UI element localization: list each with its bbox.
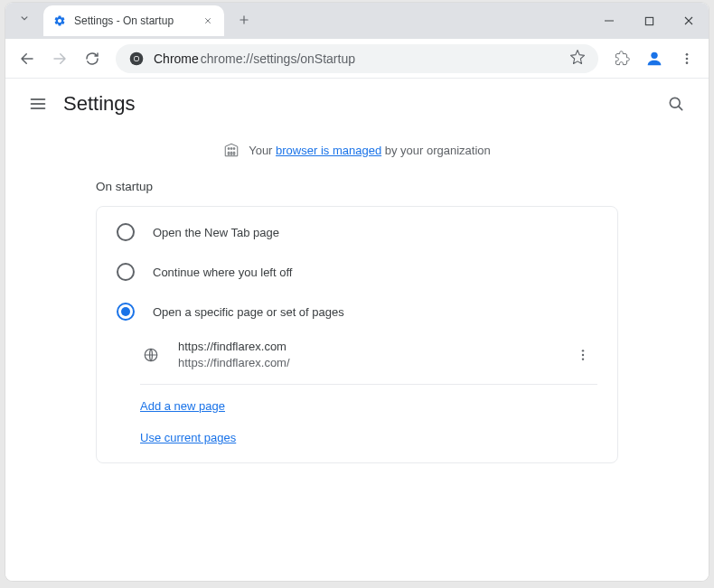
page-url-block: https://findflarex.com https://findflare…: [178, 339, 568, 371]
add-page-link[interactable]: Add a new page: [97, 385, 617, 422]
radio-specific-pages[interactable]: Open a specific page or set of pages: [97, 292, 617, 331]
close-icon: [203, 16, 212, 25]
new-tab-button[interactable]: [231, 7, 257, 33]
back-button[interactable]: [13, 44, 42, 73]
page-url: https://findflarex.com/: [178, 355, 568, 371]
globe-icon: [140, 344, 162, 366]
omnibox-origin: Chrome: [154, 51, 199, 66]
plus-icon: [238, 14, 250, 26]
close-window-button[interactable]: [669, 5, 709, 37]
titlebar-left: Settings - On startup: [5, 3, 257, 39]
svg-point-10: [582, 350, 584, 351]
svg-point-12: [582, 359, 584, 360]
svg-point-4: [651, 51, 657, 58]
title-bar: Settings - On startup: [5, 3, 709, 39]
managed-text: Your browser is managed by your organiza…: [249, 144, 491, 157]
omnibox-url: chrome://settings/onStartup: [201, 51, 569, 66]
close-icon: [683, 15, 694, 26]
building-icon: [223, 142, 240, 158]
arrow-right-icon: [52, 51, 68, 67]
bookmark-button[interactable]: [569, 49, 586, 69]
settings-menu-button[interactable]: [20, 86, 56, 122]
radio-icon: [117, 223, 135, 241]
startup-page-row: https://findflarex.com https://findflare…: [97, 331, 617, 378]
settings-search-button[interactable]: [658, 86, 694, 122]
browser-window: Settings - On startup: [5, 3, 709, 581]
page-title: Settings: [63, 92, 136, 116]
tab-close-button[interactable]: [201, 14, 215, 28]
radio-icon: [117, 303, 135, 321]
star-icon: [569, 49, 586, 65]
radio-label: Open a specific page or set of pages: [153, 305, 344, 319]
chevron-down-icon: [18, 12, 31, 24]
content-area: Settings Your browser is managed by your…: [5, 79, 709, 581]
radio-icon: [117, 263, 135, 281]
hamburger-icon: [29, 95, 47, 113]
omnibox[interactable]: Chrome chrome://settings/onStartup: [116, 44, 598, 73]
maximize-button[interactable]: [629, 5, 669, 37]
svg-point-7: [686, 61, 689, 64]
settings-header: Settings: [5, 79, 709, 129]
tab-title: Settings - On startup: [74, 14, 201, 27]
startup-card: Open the New Tab page Continue where you…: [96, 206, 618, 463]
more-vertical-icon: [680, 51, 694, 66]
section-title: On startup: [5, 171, 709, 206]
maximize-icon: [644, 16, 654, 26]
svg-point-6: [686, 57, 689, 60]
radio-label: Continue where you left off: [153, 266, 292, 279]
profile-button[interactable]: [642, 46, 667, 71]
forward-button[interactable]: [45, 44, 74, 73]
svg-point-11: [582, 354, 584, 356]
avatar-icon: [644, 49, 664, 69]
use-current-pages-link[interactable]: Use current pages: [97, 422, 617, 453]
svg-rect-0: [645, 17, 653, 24]
radio-open-new-tab[interactable]: Open the New Tab page: [97, 212, 617, 252]
chrome-logo-icon: [128, 51, 145, 67]
managed-link[interactable]: browser is managed: [276, 144, 381, 157]
page-more-button[interactable]: [568, 341, 597, 369]
browser-tab[interactable]: Settings - On startup: [43, 5, 224, 36]
window-controls: [589, 3, 709, 39]
page-name: https://findflarex.com: [178, 339, 568, 355]
svg-point-3: [135, 56, 139, 61]
puzzle-icon: [615, 51, 630, 66]
toolbar: Chrome chrome://settings/onStartup: [5, 39, 709, 79]
minimize-button[interactable]: [589, 5, 629, 37]
svg-point-5: [686, 53, 689, 56]
arrow-left-icon: [19, 51, 35, 67]
managed-banner: Your browser is managed by your organiza…: [5, 129, 709, 171]
radio-label: Open the New Tab page: [153, 226, 279, 239]
extensions-button[interactable]: [607, 44, 636, 73]
more-vertical-icon: [576, 348, 590, 362]
menu-button[interactable]: [672, 44, 701, 73]
radio-continue[interactable]: Continue where you left off: [97, 252, 617, 292]
search-icon: [667, 95, 685, 113]
minimize-icon: [604, 15, 615, 26]
settings-gear-icon: [52, 14, 67, 28]
tab-search-button[interactable]: [11, 5, 38, 31]
reload-icon: [84, 51, 100, 67]
reload-button[interactable]: [78, 44, 107, 73]
